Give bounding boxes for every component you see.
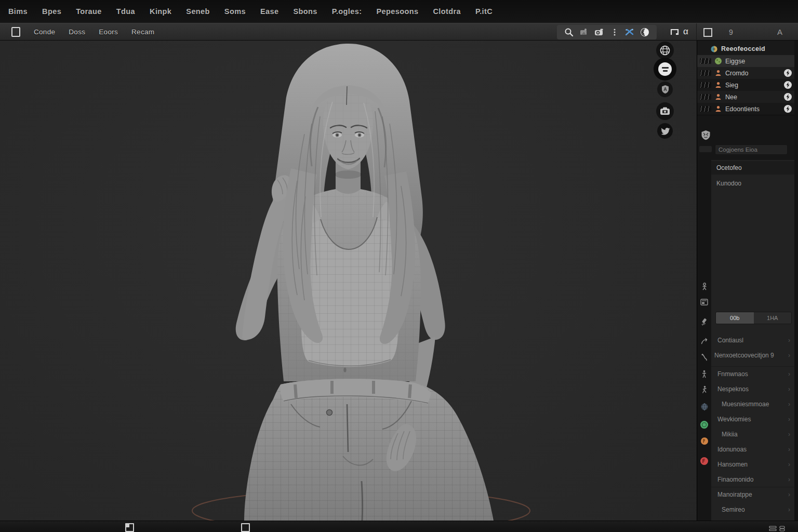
chevron-right-icon: › — [788, 446, 790, 453]
segment-right-button[interactable]: 1HA — [754, 312, 792, 324]
toolbar-divider — [696, 23, 697, 41]
chevron-right-icon: › — [788, 476, 790, 483]
menu-item-11[interactable]: Clotdra — [433, 7, 461, 16]
toolbar-item-0[interactable]: Conde — [34, 28, 55, 36]
scene-item-label: Nee — [725, 94, 781, 101]
card-panel-icon[interactable] — [699, 297, 709, 307]
orbit-icon[interactable] — [640, 27, 650, 37]
viewport-3d[interactable] — [0, 41, 697, 521]
list-item[interactable]: Wevkiomies› — [711, 411, 794, 427]
property-row-primary[interactable]: Ocetofeo — [711, 161, 794, 175]
menu-item-10[interactable]: Pepesoons — [376, 7, 418, 16]
list-item[interactable]: Manoiratppe› — [711, 487, 794, 502]
orange-figure-icon — [714, 81, 722, 89]
shield-badge-button[interactable] — [657, 82, 673, 97]
viewport-button-stack — [654, 41, 679, 186]
window-icon[interactable] — [11, 27, 20, 37]
message-button[interactable] — [654, 58, 676, 81]
toolbar-item-3[interactable]: Recam — [131, 28, 154, 36]
scene-item-label: Eiggse — [725, 58, 795, 65]
menu-item-4[interactable]: Kinpk — [150, 7, 171, 16]
bolt-badge[interactable] — [784, 93, 792, 101]
list-item[interactable]: Idonunoas› — [711, 442, 794, 457]
list-item[interactable]: Fnmwnaos› — [711, 366, 794, 381]
orange-status-icon[interactable] — [699, 436, 709, 446]
panel-thumbnail — [699, 146, 712, 152]
menu-item-0[interactable]: Bims — [8, 7, 28, 16]
toolbar-item-2[interactable]: Eoors — [99, 28, 118, 36]
scene-row-1[interactable]: Cromdo — [697, 67, 795, 79]
list-item[interactable]: Nespeknos› — [711, 381, 794, 396]
scene-cube-icon — [711, 46, 717, 52]
menu-item-2[interactable]: Toraue — [76, 7, 102, 16]
layout-square-icon[interactable] — [241, 523, 250, 532]
bolt-badge[interactable] — [784, 105, 792, 113]
annotation-icon[interactable]: A — [777, 28, 782, 36]
bolt-badge[interactable] — [784, 69, 792, 77]
list-item[interactable]: Mikiia› — [711, 427, 794, 442]
red-status-icon[interactable] — [699, 456, 709, 466]
segment-left-button[interactable]: 00b — [716, 312, 754, 324]
tools-icon[interactable] — [624, 27, 635, 37]
menu-item-9[interactable]: P.ogles: — [332, 7, 362, 16]
search-icon[interactable] — [564, 27, 574, 37]
stack-list-icon[interactable] — [769, 524, 777, 532]
list-item[interactable]: Muesniesmmoae› — [711, 396, 794, 411]
menu-item-8[interactable]: Sbons — [293, 7, 317, 16]
chevron-right-icon: › — [788, 416, 790, 423]
scene-row-2[interactable]: Sieg — [697, 79, 795, 91]
list-item-label: Nespeknos — [717, 385, 788, 393]
wireframe-sphere-button[interactable] — [656, 42, 674, 59]
right-panel: Reeofeocceid Eiggse Cromdo Sieg Nee — [697, 41, 798, 521]
scene-row-figure[interactable]: Eiggse — [697, 55, 795, 67]
frame-select-icon[interactable] — [670, 27, 680, 37]
globe-icon[interactable] — [699, 402, 709, 411]
chevron-right-icon: › — [788, 431, 790, 438]
bolt-badge[interactable] — [784, 81, 792, 89]
camera-icon[interactable] — [594, 27, 604, 37]
kebab-menu-icon[interactable] — [609, 27, 620, 37]
panel-search-input[interactable] — [715, 144, 788, 155]
menu-item-6[interactable]: Soms — [224, 7, 246, 16]
chevron-right-icon: › — [788, 352, 790, 359]
scene-thumbnail — [700, 70, 711, 76]
menu-item-1[interactable]: Bpes — [42, 7, 61, 16]
shield-icon[interactable] — [701, 130, 711, 142]
chevron-right-icon: › — [788, 506, 790, 513]
twitter-button[interactable] — [657, 123, 673, 139]
list-item[interactable]: Hansomen› — [711, 457, 794, 472]
scene-header[interactable]: Reeofeocceid — [697, 43, 798, 55]
scene-row-4[interactable]: Edoontients — [697, 103, 795, 115]
figure-stand-icon[interactable] — [699, 369, 709, 379]
list-item[interactable]: Contiausl› — [711, 332, 794, 348]
menu-item-7[interactable]: Ease — [260, 7, 278, 16]
menu-item-3[interactable]: Tdua — [116, 7, 135, 16]
menu-item-12[interactable]: P.itC — [475, 7, 493, 16]
viewport-layout-icon[interactable] — [703, 28, 712, 37]
arm-pose-icon[interactable] — [699, 336, 709, 346]
tool-strip — [697, 160, 711, 521]
list-item[interactable]: Nenxoetcoovecitjon 9› — [711, 348, 794, 363]
bottom-bar — [0, 521, 798, 532]
toolbar-item-1[interactable]: Doss — [69, 28, 85, 36]
snapshot-icon[interactable] — [579, 27, 589, 37]
chevron-right-icon: › — [788, 370, 790, 378]
panel-scrollbar[interactable] — [794, 41, 798, 521]
brush-icon[interactable] — [699, 317, 709, 327]
green-sphere-icon — [714, 57, 722, 65]
green-status-icon[interactable] — [699, 420, 709, 430]
menu-item-5[interactable]: Seneb — [186, 7, 210, 16]
alpha-icon[interactable]: α — [683, 26, 688, 37]
pose-person-icon[interactable] — [699, 282, 709, 291]
stack-grid-icon[interactable] — [779, 524, 785, 532]
leg-pose-icon[interactable] — [699, 352, 709, 362]
figure-walk-icon[interactable] — [699, 384, 709, 394]
scene-row-3[interactable]: Nee — [697, 91, 795, 103]
chevron-right-icon: › — [788, 491, 790, 498]
layout-fold-icon[interactable] — [125, 523, 134, 532]
toolbar-tool-group — [557, 25, 657, 39]
list-item[interactable]: Finaomonido› — [711, 472, 794, 487]
camera-button[interactable] — [656, 102, 674, 120]
list-item[interactable]: Semireo› — [711, 502, 794, 517]
property-row-secondary[interactable]: Kunodoo — [711, 177, 794, 190]
